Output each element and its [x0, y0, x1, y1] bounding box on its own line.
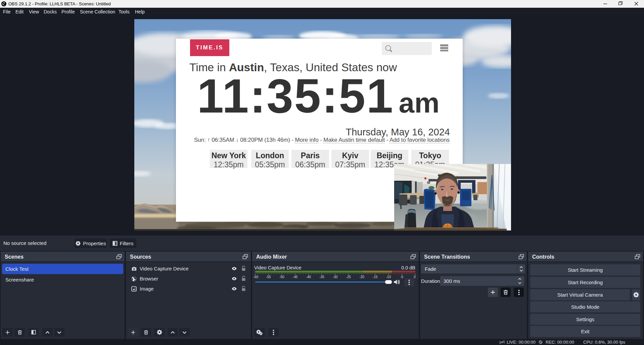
- svg-text:-45: -45: [293, 275, 298, 279]
- svg-text:-55: -55: [266, 275, 271, 279]
- svg-text:-40: -40: [306, 275, 311, 279]
- svg-text:-10: -10: [386, 275, 391, 279]
- svg-text:-30: -30: [333, 275, 338, 279]
- svg-text:-25: -25: [346, 275, 351, 279]
- svg-text:-35: -35: [319, 275, 324, 279]
- svg-text:-5: -5: [400, 275, 403, 279]
- svg-text:-50: -50: [279, 275, 284, 279]
- svg-text:-15: -15: [373, 275, 378, 279]
- svg-text:-60: -60: [254, 275, 259, 279]
- svg-text:0: 0: [414, 275, 416, 279]
- svg-text:-20: -20: [359, 275, 364, 279]
